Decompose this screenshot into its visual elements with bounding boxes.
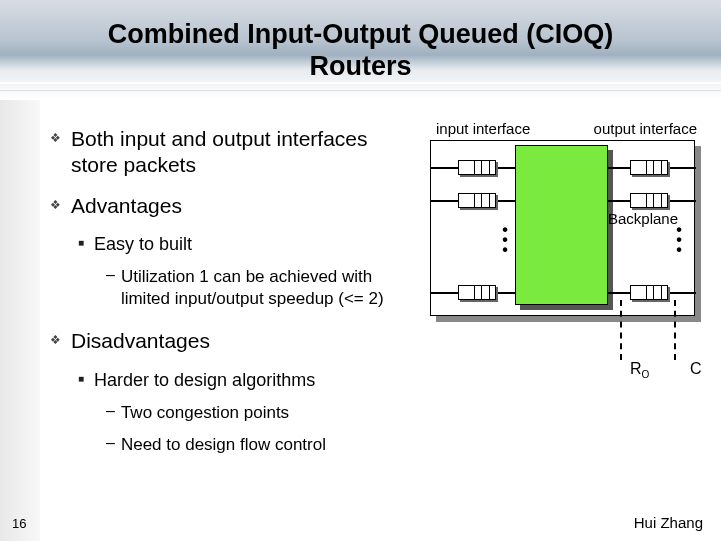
ellipsis-icon: ••• [500,225,510,255]
wire [430,200,458,202]
title-line-2: Routers [309,51,411,81]
wire [668,167,696,169]
wire [668,292,696,294]
backplane-label: Backplane [608,210,678,227]
bullet-item: ❖ Both input and output interfaces store… [50,126,420,179]
queue-icon [458,160,496,175]
sub-sub-bullet-item: – Utilization 1 can be achieved with lim… [106,266,420,310]
dash-bullet-icon: – [106,402,115,420]
sub-sub-bullet-item: – Need to design flow control [106,434,420,456]
backplane-box [515,145,608,305]
ellipsis-icon: ••• [674,225,684,255]
diamond-bullet-icon: ❖ [50,131,61,145]
title-line-1: Combined Input-Output Queued (CIOQ) [108,19,613,49]
sub-bullet-item: ■ Easy to built [78,233,420,256]
dashed-line [620,300,622,360]
page-number: 16 [12,516,26,531]
square-bullet-icon: ■ [78,237,84,248]
author-name: Hui Zhang [634,514,703,531]
content-area: ❖ Both input and output interfaces store… [50,120,420,466]
bullet-text: Easy to built [94,233,192,256]
wire [430,167,458,169]
queue-icon [630,285,668,300]
bullet-text: Need to design flow control [121,434,326,456]
wire [496,167,516,169]
wire [496,200,516,202]
divider [0,90,721,91]
wire [608,167,630,169]
wire [608,200,630,202]
bullet-text: Both input and output interfaces store p… [71,126,420,179]
slide-title: Combined Input-Output Queued (CIOQ) Rout… [0,18,721,83]
bullet-item: ❖ Advantages [50,193,420,219]
side-stripe [0,100,40,541]
square-bullet-icon: ■ [78,373,84,384]
wire [608,292,630,294]
ro-label: RO [630,360,649,380]
dashed-line [674,300,676,360]
diamond-bullet-icon: ❖ [50,333,61,347]
c-label: C [690,360,702,378]
queue-icon [630,193,668,208]
router-diagram: input interface output interface Backpla… [430,120,705,330]
sub-sub-bullet-item: – Two congestion points [106,402,420,424]
input-interface-label: input interface [436,120,530,137]
bullet-text: Advantages [71,193,182,219]
wire [496,292,516,294]
sub-bullet-item: ■ Harder to design algorithms [78,369,420,392]
wire [668,200,696,202]
bullet-text: Utilization 1 can be achieved with limit… [121,266,420,310]
output-interface-label: output interface [594,120,697,137]
wire [430,292,458,294]
queue-icon [458,285,496,300]
bullet-text: Disadvantages [71,328,210,354]
queue-icon [458,193,496,208]
bullet-item: ❖ Disadvantages [50,328,420,354]
bullet-text: Harder to design algorithms [94,369,315,392]
dash-bullet-icon: – [106,434,115,452]
queue-icon [630,160,668,175]
dash-bullet-icon: – [106,266,115,284]
diamond-bullet-icon: ❖ [50,198,61,212]
bullet-text: Two congestion points [121,402,289,424]
